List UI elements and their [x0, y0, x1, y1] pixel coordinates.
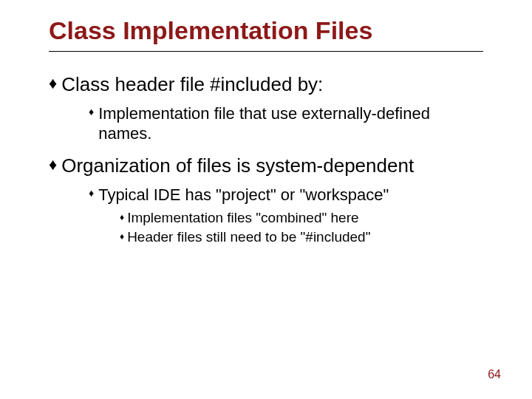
list-item: ♦ Class header file #included by:	[49, 72, 483, 96]
list-item: ♦ Implementation files "combined" here	[120, 209, 483, 227]
list-item-text: Typical IDE has "project" or "workspace"	[98, 185, 389, 205]
bullet-icon: ♦	[49, 154, 57, 176]
list-item: ♦ Header files still need to be "#includ…	[120, 228, 483, 246]
bullet-icon: ♦	[49, 72, 57, 95]
bullet-icon: ♦	[89, 185, 94, 201]
sublist: ♦ Typical IDE has "project" or "workspac…	[89, 185, 483, 246]
bullet-icon: ♦	[120, 228, 124, 245]
list-item: ♦ Implementation file that use externall…	[89, 103, 483, 143]
list-item-text: Implementation files "combined" here	[127, 209, 358, 227]
bullet-icon: ♦	[120, 209, 124, 225]
list-item: ♦ Typical IDE has "project" or "workspac…	[89, 185, 483, 205]
slide: Class Implementation Files ♦ Class heade…	[0, 0, 532, 262]
list-item: ♦ Organization of files is system-depend…	[49, 154, 483, 177]
list-item-text: Organization of files is system-dependen…	[61, 154, 414, 177]
slide-title: Class Implementation Files	[49, 16, 483, 52]
page-number: 64	[488, 368, 501, 381]
list-item-text: Class header file #included by:	[61, 72, 323, 96]
list-item-text: Implementation file that use externally-…	[98, 103, 483, 143]
list-item-text: Header files still need to be "#included…	[127, 228, 370, 246]
bullet-icon: ♦	[89, 103, 94, 120]
sublist: ♦ Implementation file that use externall…	[89, 103, 483, 143]
sublist: ♦ Implementation files "combined" here ♦…	[120, 209, 483, 246]
